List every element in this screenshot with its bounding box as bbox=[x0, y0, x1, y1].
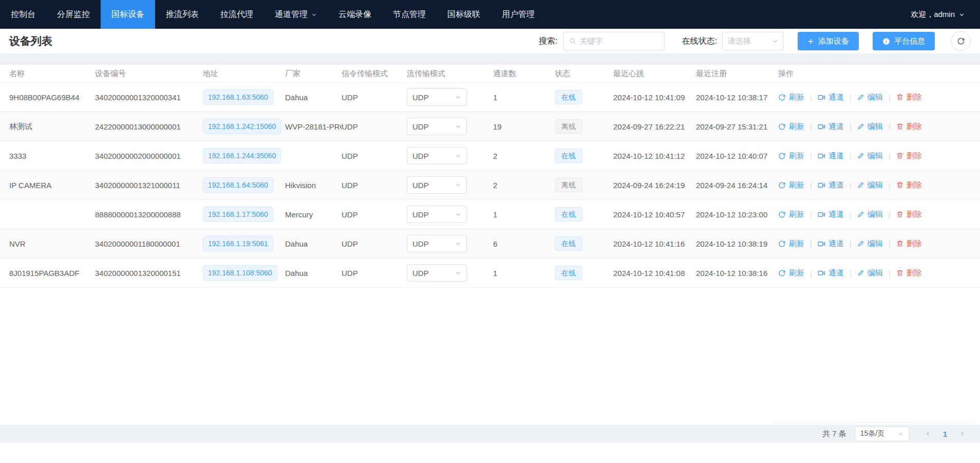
refresh-icon bbox=[778, 123, 786, 131]
chevron-down-icon bbox=[455, 182, 461, 188]
stream-mode-select[interactable]: UDP bbox=[407, 235, 467, 252]
delete-action-link[interactable]: 删除 bbox=[896, 210, 922, 219]
nav-item-console[interactable]: 控制台 bbox=[0, 0, 46, 29]
address-tag: 192.168.1.17:5060 bbox=[203, 207, 273, 222]
stream-mode-cell: UDP bbox=[407, 147, 493, 164]
stream-mode-cell: UDP bbox=[407, 264, 493, 282]
device-id: 24220000013000000001 bbox=[95, 122, 203, 131]
address-tag: 192.168.1.244:35060 bbox=[203, 148, 281, 163]
last-heartbeat: 2024-10-12 10:40:57 bbox=[613, 210, 696, 219]
device-id: 34020000001180000001 bbox=[95, 239, 203, 248]
online-status-select[interactable]: 请选择 bbox=[722, 32, 784, 50]
search-input[interactable]: 关键字 bbox=[563, 32, 665, 50]
refresh-action-link[interactable]: 刷新 bbox=[778, 180, 804, 190]
delete-action-link[interactable]: 删除 bbox=[896, 239, 922, 249]
nav-item-pull-proxy[interactable]: 拉流代理 bbox=[210, 0, 264, 29]
action-divider: | bbox=[810, 269, 812, 277]
action-label: 通道 bbox=[828, 151, 844, 161]
last-heartbeat: 2024-09-24 16:24:19 bbox=[613, 181, 696, 190]
status-badge: 在线 bbox=[555, 236, 582, 251]
nav-item-node-mgmt[interactable]: 节点管理 bbox=[382, 0, 437, 29]
add-device-button[interactable]: 添加设备 bbox=[798, 32, 859, 50]
nav-item-gb-devices[interactable]: 国标设备 bbox=[101, 0, 155, 29]
row-actions: 刷新 | 通道 | 编辑 | 删除 bbox=[778, 151, 971, 161]
refresh-action-link[interactable]: 刷新 bbox=[778, 151, 804, 161]
action-label: 编辑 bbox=[868, 239, 883, 249]
refresh-icon bbox=[778, 240, 786, 248]
nav-item-user-mgmt[interactable]: 用户管理 bbox=[491, 0, 545, 29]
stream-mode-select[interactable]: UDP bbox=[407, 118, 467, 135]
nav-item-cloud-recording[interactable]: 云端录像 bbox=[328, 0, 382, 29]
delete-action-link[interactable]: 删除 bbox=[896, 92, 922, 102]
refresh-action-link[interactable]: 刷新 bbox=[778, 92, 804, 102]
stream-mode-select[interactable]: UDP bbox=[407, 264, 467, 282]
channels-action-link[interactable]: 通道 bbox=[818, 239, 844, 249]
edit-action-link[interactable]: 编辑 bbox=[857, 268, 883, 278]
next-page-button[interactable] bbox=[953, 431, 971, 437]
edit-action-link[interactable]: 编辑 bbox=[857, 180, 883, 190]
delete-action-link[interactable]: 删除 bbox=[896, 268, 922, 278]
nav-item-label: 控制台 bbox=[11, 9, 35, 20]
edit-action-link[interactable]: 编辑 bbox=[857, 151, 883, 161]
edit-action-link[interactable]: 编辑 bbox=[857, 92, 883, 102]
device-manufacturer: Dahua bbox=[285, 269, 342, 277]
action-divider: | bbox=[889, 210, 891, 219]
column-header-channels: 通道数 bbox=[493, 69, 555, 79]
prev-page-button[interactable] bbox=[919, 431, 937, 437]
edit-icon bbox=[857, 269, 864, 276]
platform-info-button[interactable]: 平台信息 bbox=[873, 32, 935, 50]
video-camera-icon bbox=[818, 152, 825, 160]
video-camera-icon bbox=[818, 181, 825, 189]
action-label: 编辑 bbox=[868, 151, 883, 161]
action-label: 编辑 bbox=[868, 180, 883, 190]
nav-item-push-list[interactable]: 推流列表 bbox=[155, 0, 210, 29]
delete-action-link[interactable]: 删除 bbox=[896, 151, 922, 161]
stream-mode-select[interactable]: UDP bbox=[407, 206, 467, 223]
info-icon bbox=[882, 38, 890, 45]
edit-action-link[interactable]: 编辑 bbox=[857, 239, 883, 249]
nav-item-gb-cascade[interactable]: 国标级联 bbox=[437, 0, 491, 29]
refresh-button[interactable] bbox=[951, 31, 971, 51]
edit-icon bbox=[857, 240, 864, 247]
row-actions: 刷新 | 通道 | 编辑 | 删除 bbox=[778, 239, 971, 249]
refresh-action-link[interactable]: 刷新 bbox=[778, 210, 804, 219]
channels-action-link[interactable]: 通道 bbox=[818, 180, 844, 190]
nav-item-channel-mgmt[interactable]: 通道管理 bbox=[264, 0, 328, 29]
nav-item-label: 推流列表 bbox=[166, 9, 199, 20]
refresh-action-link[interactable]: 刷新 bbox=[778, 122, 804, 132]
stream-mode-select[interactable]: UDP bbox=[407, 147, 467, 164]
refresh-action-link[interactable]: 刷新 bbox=[778, 239, 804, 249]
platform-info-label: 平台信息 bbox=[894, 36, 925, 46]
plus-icon bbox=[807, 38, 814, 45]
channels-action-link[interactable]: 通道 bbox=[818, 92, 844, 102]
action-divider: | bbox=[850, 152, 852, 160]
refresh-icon bbox=[778, 211, 786, 218]
channels-action-link[interactable]: 通道 bbox=[818, 210, 844, 219]
current-page-button[interactable]: 1 bbox=[937, 430, 953, 438]
action-label: 刷新 bbox=[789, 210, 804, 219]
action-divider: | bbox=[850, 181, 852, 190]
stream-mode-select[interactable]: UDP bbox=[407, 88, 467, 106]
column-header-device-id: 设备编号 bbox=[95, 69, 203, 79]
edit-action-link[interactable]: 编辑 bbox=[857, 210, 883, 219]
status-cell: 在线 bbox=[555, 266, 613, 280]
action-label: 删除 bbox=[907, 180, 922, 190]
edit-action-link[interactable]: 编辑 bbox=[857, 122, 883, 132]
video-camera-icon bbox=[818, 123, 825, 131]
action-divider: | bbox=[810, 181, 812, 190]
stream-mode-select[interactable]: UDP bbox=[407, 176, 467, 194]
page-size-select[interactable]: 15条/页 bbox=[855, 427, 909, 441]
status-badge: 在线 bbox=[555, 149, 582, 163]
action-label: 编辑 bbox=[868, 268, 883, 278]
nav-item-split-screen[interactable]: 分屏监控 bbox=[46, 0, 101, 29]
column-header-name: 名称 bbox=[9, 69, 95, 79]
channels-action-link[interactable]: 通道 bbox=[818, 268, 844, 278]
user-menu[interactable]: 欢迎，admin bbox=[911, 0, 980, 29]
delete-action-link[interactable]: 删除 bbox=[896, 122, 922, 132]
address-tag: 192.168.1.63:5060 bbox=[203, 89, 273, 105]
channels-action-link[interactable]: 通道 bbox=[818, 122, 844, 132]
channels-action-link[interactable]: 通道 bbox=[818, 151, 844, 161]
delete-action-link[interactable]: 删除 bbox=[896, 180, 922, 190]
refresh-action-link[interactable]: 刷新 bbox=[778, 268, 804, 278]
device-address-cell: 192.168.1.63:5060 bbox=[203, 89, 285, 105]
